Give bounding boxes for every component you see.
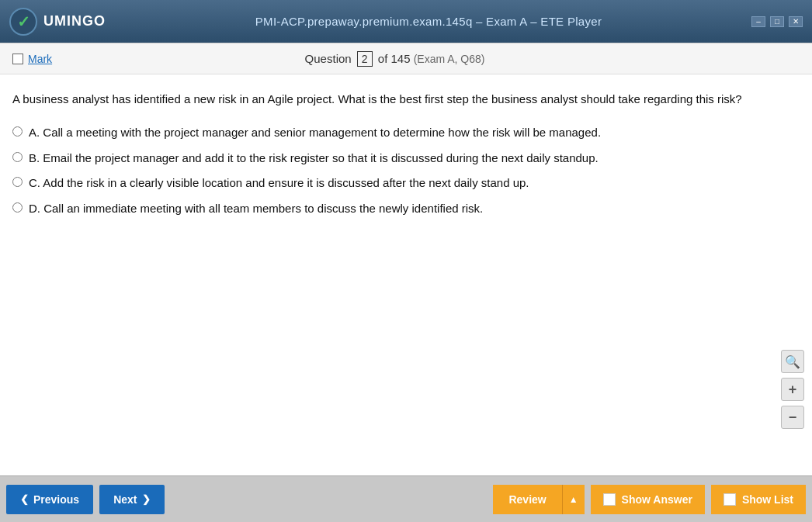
show-answer-button[interactable]: Show Answer — [591, 485, 705, 514]
review-dropdown-button[interactable]: ▲ — [562, 485, 585, 514]
next-button[interactable]: Next ❯ — [99, 485, 164, 514]
maximize-button[interactable]: □ — [770, 16, 784, 27]
option-c-text: C. Add the risk in a clearly visible loc… — [29, 175, 529, 192]
option-a-text: A. Call a meeting with the project manag… — [29, 124, 601, 142]
dropdown-arrow-icon: ▲ — [569, 494, 578, 505]
exam-info: (Exam A, Q68) — [414, 53, 485, 65]
next-chevron-icon: ❯ — [142, 493, 151, 505]
question-content: A business analyst has identified a new … — [0, 74, 812, 237]
zoom-out-icon[interactable]: − — [781, 406, 804, 429]
prev-chevron-icon: ❮ — [20, 493, 29, 505]
search-icon[interactable]: 🔍 — [781, 350, 804, 373]
previous-button[interactable]: ❮ Previous — [6, 485, 93, 514]
logo-area: ✓ UMINGO — [9, 8, 106, 36]
title-bar: ✓ UMINGO PMI-ACP.prepaway.premium.exam.1… — [0, 0, 812, 43]
zoom-controls: 🔍 + − — [781, 350, 804, 429]
window-title: PMI-ACP.prepaway.premium.exam.145q – Exa… — [255, 15, 602, 28]
zoom-in-icon[interactable]: + — [781, 378, 804, 401]
mark-section[interactable]: Mark — [12, 53, 52, 65]
mark-checkbox[interactable] — [12, 54, 23, 64]
question-text: A business analyst has identified a new … — [12, 90, 800, 109]
show-list-checkbox — [724, 493, 736, 506]
review-button[interactable]: Review — [493, 485, 561, 514]
question-number-box: 2 — [357, 51, 373, 67]
bottom-toolbar: ❮ Previous Next ❯ Review ▲ Show Answer S… — [0, 475, 812, 522]
radio-a[interactable] — [12, 126, 23, 137]
option-b-text: B. Email the project manager and add it … — [29, 150, 599, 168]
logo-text: UMINGO — [43, 13, 106, 29]
review-button-group: Review ▲ — [493, 485, 584, 514]
minimize-button[interactable]: – — [751, 16, 765, 27]
radio-b[interactable] — [12, 152, 23, 162]
logo-icon: ✓ — [9, 8, 37, 36]
answer-option-d[interactable]: D. Call an immediate meeting with all te… — [12, 200, 800, 218]
question-info: Question 2 of 145 (Exam A, Q68) — [305, 51, 485, 67]
radio-d[interactable] — [12, 202, 23, 213]
answer-option-b[interactable]: B. Email the project manager and add it … — [12, 150, 800, 168]
window-controls: – □ ✕ — [751, 16, 803, 27]
show-list-button[interactable]: Show List — [711, 485, 806, 514]
show-answer-checkbox — [603, 493, 616, 506]
close-button[interactable]: ✕ — [789, 16, 803, 27]
main-content: Mark Question 2 of 145 (Exam A, Q68) A b… — [0, 43, 812, 475]
answer-option-a[interactable]: A. Call a meeting with the project manag… — [12, 124, 800, 142]
answer-option-c[interactable]: C. Add the risk in a clearly visible loc… — [12, 175, 800, 192]
mark-label[interactable]: Mark — [28, 53, 52, 65]
question-header: Mark Question 2 of 145 (Exam A, Q68) — [0, 43, 812, 74]
option-d-text: D. Call an immediate meeting with all te… — [29, 200, 483, 218]
radio-c[interactable] — [12, 177, 23, 187]
